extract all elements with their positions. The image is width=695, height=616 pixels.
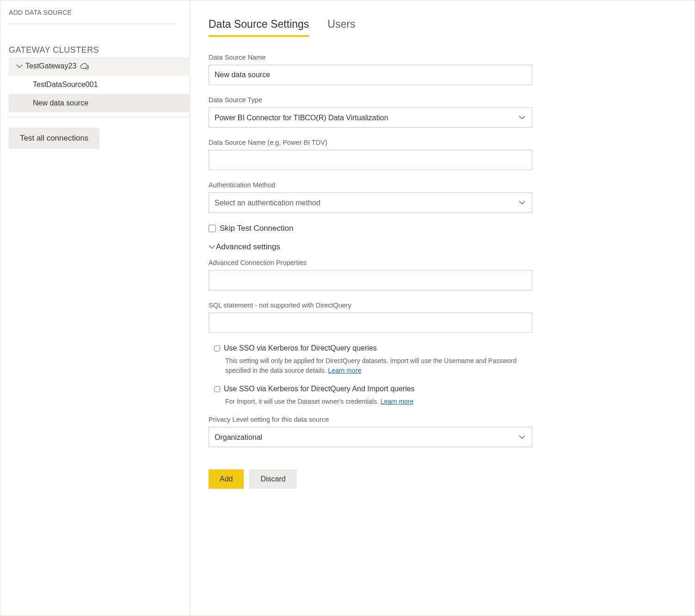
test-all-connections-button[interactable]: Test all connections — [9, 128, 99, 149]
learn-more-link[interactable]: Learn more — [381, 398, 414, 405]
tab-data-source-settings[interactable]: Data Source Settings — [209, 18, 309, 37]
data-source-name2-input[interactable] — [209, 150, 532, 170]
chevron-down-icon — [13, 64, 25, 68]
sidebar-item-label: New data source — [33, 99, 88, 107]
data-source-type-label: Data Source Type — [209, 96, 676, 104]
gateway-cluster-row[interactable]: TestGateway23 — [9, 57, 190, 75]
privacy-level-select[interactable]: Organizational — [209, 427, 532, 447]
sidebar-item-datasource-2[interactable]: New data source — [9, 94, 190, 112]
sso-directquery-label[interactable]: Use SSO via Kerberos for DirectQuery que… — [224, 344, 377, 352]
sso-directquery-import-checkbox[interactable] — [214, 386, 220, 392]
tabs: Data Source Settings Users — [209, 18, 676, 37]
sidebar-item-label: TestDataSource001 — [33, 80, 98, 89]
data-source-name2-label: Data Source Name (e.g. Power BI TDV) — [209, 139, 676, 146]
advanced-conn-props-label: Advanced Connection Properties — [209, 259, 676, 266]
privacy-level-label: Privacy Level setting for this data sour… — [209, 416, 676, 423]
chevron-down-icon — [209, 242, 215, 252]
add-button[interactable]: Add — [209, 469, 244, 489]
learn-more-link[interactable]: Learn more — [328, 367, 362, 374]
sso-directquery-desc: This setting will only be applied for Di… — [214, 356, 538, 376]
advanced-settings-toggle[interactable]: Advanced settings — [209, 242, 676, 252]
sidebar: ADD DATA SOURCE GATEWAY CLUSTERS TestGat… — [0, 0, 190, 616]
sso-directquery-import-desc: For Import, it will use the Dataset owne… — [214, 397, 538, 407]
advanced-settings-label: Advanced settings — [216, 242, 280, 252]
sidebar-divider — [9, 117, 190, 117]
sql-statement-label: SQL statement - not supported with Direc… — [209, 302, 676, 309]
sso-directquery-import-label[interactable]: Use SSO via Kerberos for DirectQuery And… — [224, 385, 415, 393]
sql-statement-input[interactable] — [209, 313, 532, 333]
skip-test-connection-label[interactable]: Skip Test Connection — [220, 224, 293, 233]
add-data-source-title: ADD DATA SOURCE — [9, 9, 175, 24]
sidebar-item-datasource-1[interactable]: TestDataSource001 — [9, 75, 190, 94]
sso-directquery-checkbox[interactable] — [214, 345, 220, 351]
data-source-name-input[interactable] — [209, 65, 532, 85]
data-source-type-select[interactable]: Power BI Connector for TIBCO(R) Data Vir… — [209, 107, 532, 128]
authentication-method-select[interactable]: Select an authentication method — [209, 192, 532, 213]
tab-users[interactable]: Users — [327, 18, 355, 37]
authentication-method-label: Authentication Method — [209, 181, 676, 189]
gateway-cluster-name: TestGateway23 — [25, 62, 76, 70]
advanced-conn-props-input[interactable] — [209, 270, 532, 290]
data-source-name-label: Data Source Name — [209, 54, 676, 61]
skip-test-connection-checkbox[interactable] — [209, 225, 216, 232]
discard-button[interactable]: Discard — [249, 469, 296, 489]
gateway-clusters-header: GATEWAY CLUSTERS — [9, 45, 190, 55]
main-panel: Data Source Settings Users Data Source N… — [190, 0, 695, 616]
cloud-icon — [80, 63, 89, 69]
